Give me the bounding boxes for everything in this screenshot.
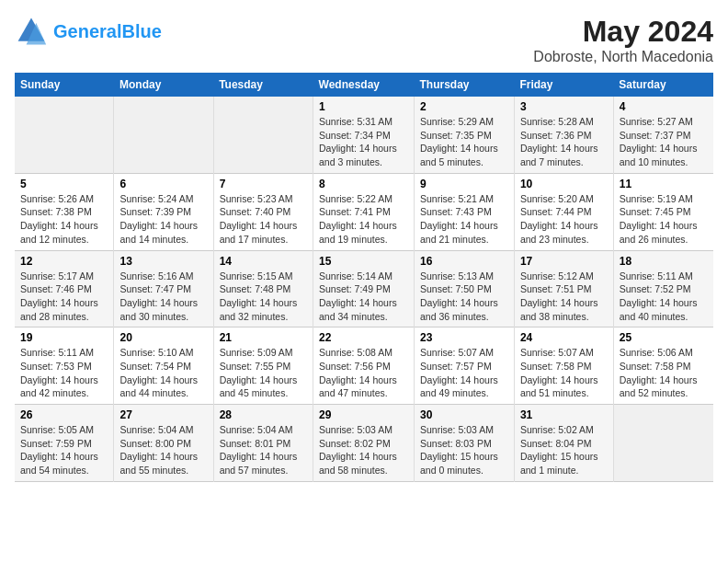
- calendar-cell: 26Sunrise: 5:05 AM Sunset: 7:59 PM Dayli…: [15, 405, 114, 482]
- day-info: Sunrise: 5:19 AM Sunset: 7:45 PM Dayligh…: [620, 192, 708, 247]
- day-number: 18: [620, 255, 708, 268]
- logo-line1: General: [53, 21, 121, 41]
- day-info: Sunrise: 5:02 AM Sunset: 8:04 PM Dayligh…: [520, 423, 608, 477]
- day-info: Sunrise: 5:29 AM Sunset: 7:35 PM Dayligh…: [420, 115, 508, 169]
- day-number: 7: [220, 178, 307, 190]
- day-number: 29: [319, 408, 408, 421]
- logo-icon: [15, 15, 48, 48]
- logo: GeneralBlue: [15, 15, 162, 48]
- calendar-cell: [15, 97, 114, 173]
- weekday-header-saturday: Saturday: [613, 73, 713, 97]
- main-title: May 2024: [533, 15, 713, 49]
- weekday-header-sunday: Sunday: [15, 73, 114, 97]
- day-number: 15: [319, 255, 408, 268]
- day-info: Sunrise: 5:07 AM Sunset: 7:58 PM Dayligh…: [520, 346, 608, 400]
- calendar-cell: 11Sunrise: 5:19 AM Sunset: 7:45 PM Dayli…: [613, 173, 713, 250]
- calendar-cell: 8Sunrise: 5:22 AM Sunset: 7:41 PM Daylig…: [313, 173, 415, 250]
- day-info: Sunrise: 5:20 AM Sunset: 7:44 PM Dayligh…: [520, 192, 608, 247]
- calendar-cell: 5Sunrise: 5:26 AM Sunset: 7:38 PM Daylig…: [15, 173, 114, 250]
- calendar-cell: 6Sunrise: 5:24 AM Sunset: 7:39 PM Daylig…: [114, 173, 213, 250]
- day-number: 13: [119, 255, 207, 268]
- calendar-cell: 30Sunrise: 5:03 AM Sunset: 8:03 PM Dayli…: [415, 405, 515, 482]
- day-info: Sunrise: 5:10 AM Sunset: 7:54 PM Dayligh…: [119, 346, 207, 400]
- calendar-week-row: 1Sunrise: 5:31 AM Sunset: 7:34 PM Daylig…: [15, 97, 713, 173]
- day-number: 5: [20, 178, 108, 190]
- calendar-table: SundayMondayTuesdayWednesdayThursdayFrid…: [15, 73, 713, 482]
- calendar-cell: 3Sunrise: 5:28 AM Sunset: 7:36 PM Daylig…: [514, 97, 613, 173]
- title-block: May 2024 Dobroste, North Macedonia: [533, 15, 713, 65]
- subtitle: Dobroste, North Macedonia: [533, 49, 713, 65]
- calendar-cell: [213, 97, 313, 173]
- day-info: Sunrise: 5:17 AM Sunset: 7:46 PM Dayligh…: [20, 270, 108, 324]
- day-number: 11: [620, 178, 708, 190]
- day-number: 9: [420, 178, 508, 190]
- calendar-week-row: 26Sunrise: 5:05 AM Sunset: 7:59 PM Dayli…: [15, 405, 713, 482]
- day-number: 12: [20, 255, 108, 268]
- day-number: 10: [520, 178, 608, 190]
- day-number: 21: [220, 331, 307, 344]
- day-info: Sunrise: 5:12 AM Sunset: 7:51 PM Dayligh…: [520, 270, 608, 324]
- weekday-header-row: SundayMondayTuesdayWednesdayThursdayFrid…: [15, 73, 713, 97]
- day-number: 2: [420, 100, 508, 113]
- weekday-header-thursday: Thursday: [415, 73, 515, 97]
- day-info: Sunrise: 5:16 AM Sunset: 7:47 PM Dayligh…: [119, 270, 207, 324]
- calendar-cell: 13Sunrise: 5:16 AM Sunset: 7:47 PM Dayli…: [114, 250, 213, 327]
- day-info: Sunrise: 5:21 AM Sunset: 7:43 PM Dayligh…: [420, 192, 508, 247]
- calendar-cell: 14Sunrise: 5:15 AM Sunset: 7:48 PM Dayli…: [213, 250, 313, 327]
- day-info: Sunrise: 5:11 AM Sunset: 7:53 PM Dayligh…: [20, 346, 108, 400]
- calendar-cell: 1Sunrise: 5:31 AM Sunset: 7:34 PM Daylig…: [313, 97, 415, 173]
- day-info: Sunrise: 5:03 AM Sunset: 8:02 PM Dayligh…: [319, 423, 408, 477]
- day-number: 24: [520, 331, 608, 344]
- calendar-cell: 25Sunrise: 5:06 AM Sunset: 7:58 PM Dayli…: [613, 327, 713, 405]
- day-info: Sunrise: 5:22 AM Sunset: 7:41 PM Dayligh…: [319, 192, 408, 247]
- day-info: Sunrise: 5:23 AM Sunset: 7:40 PM Dayligh…: [220, 192, 307, 247]
- weekday-header-tuesday: Tuesday: [213, 73, 313, 97]
- day-info: Sunrise: 5:04 AM Sunset: 8:00 PM Dayligh…: [119, 423, 207, 477]
- day-info: Sunrise: 5:24 AM Sunset: 7:39 PM Dayligh…: [119, 192, 207, 247]
- calendar-cell: 10Sunrise: 5:20 AM Sunset: 7:44 PM Dayli…: [514, 173, 613, 250]
- day-info: Sunrise: 5:31 AM Sunset: 7:34 PM Dayligh…: [319, 115, 408, 169]
- calendar-cell: 20Sunrise: 5:10 AM Sunset: 7:54 PM Dayli…: [114, 327, 213, 405]
- weekday-header-wednesday: Wednesday: [313, 73, 415, 97]
- day-info: Sunrise: 5:27 AM Sunset: 7:37 PM Dayligh…: [620, 115, 708, 169]
- weekday-header-friday: Friday: [514, 73, 613, 97]
- logo-line2: Blue: [121, 21, 161, 41]
- calendar-cell: 19Sunrise: 5:11 AM Sunset: 7:53 PM Dayli…: [15, 327, 114, 405]
- day-number: 16: [420, 255, 508, 268]
- day-number: 3: [520, 100, 608, 113]
- calendar-cell: 16Sunrise: 5:13 AM Sunset: 7:50 PM Dayli…: [415, 250, 515, 327]
- calendar-cell: 9Sunrise: 5:21 AM Sunset: 7:43 PM Daylig…: [415, 173, 515, 250]
- calendar-cell: [114, 97, 213, 173]
- calendar-cell: 29Sunrise: 5:03 AM Sunset: 8:02 PM Dayli…: [313, 405, 415, 482]
- day-info: Sunrise: 5:05 AM Sunset: 7:59 PM Dayligh…: [20, 423, 108, 477]
- calendar-cell: 23Sunrise: 5:07 AM Sunset: 7:57 PM Dayli…: [415, 327, 515, 405]
- day-info: Sunrise: 5:09 AM Sunset: 7:55 PM Dayligh…: [220, 346, 307, 400]
- day-info: Sunrise: 5:07 AM Sunset: 7:57 PM Dayligh…: [420, 346, 508, 400]
- day-number: 14: [220, 255, 307, 268]
- day-number: 25: [620, 331, 708, 344]
- day-number: 22: [319, 331, 408, 344]
- calendar-cell: 18Sunrise: 5:11 AM Sunset: 7:52 PM Dayli…: [613, 250, 713, 327]
- day-number: 1: [319, 100, 408, 113]
- day-info: Sunrise: 5:11 AM Sunset: 7:52 PM Dayligh…: [620, 270, 708, 324]
- weekday-header-monday: Monday: [114, 73, 213, 97]
- day-number: 26: [20, 408, 108, 421]
- calendar-cell: 2Sunrise: 5:29 AM Sunset: 7:35 PM Daylig…: [415, 97, 515, 173]
- day-info: Sunrise: 5:06 AM Sunset: 7:58 PM Dayligh…: [620, 346, 708, 400]
- day-number: 27: [119, 408, 207, 421]
- day-number: 28: [220, 408, 307, 421]
- day-number: 6: [119, 178, 207, 190]
- day-info: Sunrise: 5:15 AM Sunset: 7:48 PM Dayligh…: [220, 270, 307, 324]
- day-info: Sunrise: 5:08 AM Sunset: 7:56 PM Dayligh…: [319, 346, 408, 400]
- calendar-cell: [613, 405, 713, 482]
- day-number: 23: [420, 331, 508, 344]
- day-number: 31: [520, 408, 608, 421]
- page-header: GeneralBlue May 2024 Dobroste, North Mac…: [15, 15, 713, 65]
- calendar-cell: 17Sunrise: 5:12 AM Sunset: 7:51 PM Dayli…: [514, 250, 613, 327]
- logo-text: GeneralBlue: [53, 21, 162, 41]
- day-info: Sunrise: 5:28 AM Sunset: 7:36 PM Dayligh…: [520, 115, 608, 169]
- day-info: Sunrise: 5:13 AM Sunset: 7:50 PM Dayligh…: [420, 270, 508, 324]
- calendar-cell: 7Sunrise: 5:23 AM Sunset: 7:40 PM Daylig…: [213, 173, 313, 250]
- day-info: Sunrise: 5:04 AM Sunset: 8:01 PM Dayligh…: [220, 423, 307, 477]
- calendar-cell: 12Sunrise: 5:17 AM Sunset: 7:46 PM Dayli…: [15, 250, 114, 327]
